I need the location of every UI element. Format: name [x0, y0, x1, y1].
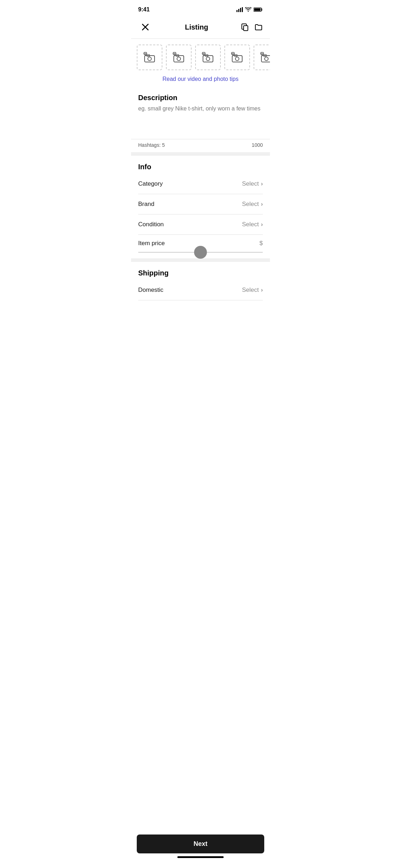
shipping-section: Shipping Domestic Select ›: [131, 262, 270, 300]
svg-point-4: [248, 11, 249, 12]
price-label: Item price: [138, 240, 165, 247]
status-time: 9:41: [138, 6, 150, 13]
domestic-row[interactable]: Domestic Select ›: [138, 280, 263, 300]
photo-slot-2[interactable]: +: [166, 45, 192, 70]
svg-text:+: +: [232, 52, 234, 56]
svg-rect-2: [240, 8, 241, 12]
camera-add-icon-3: +: [202, 52, 214, 63]
description-footer: Hashtags: 5 1000: [131, 139, 270, 152]
domestic-right: Select ›: [242, 286, 263, 294]
char-count: 1000: [252, 142, 263, 148]
svg-point-13: [148, 57, 151, 61]
bottom-spacer: [131, 300, 270, 343]
photo-slot-4[interactable]: +: [224, 45, 250, 70]
info-section: Info Category Select › Brand Select › Co…: [131, 156, 270, 258]
close-button[interactable]: [138, 20, 152, 34]
svg-rect-9: [244, 26, 248, 31]
description-section: Description: [131, 88, 270, 139]
section-divider-1: [131, 152, 270, 156]
brand-row[interactable]: Brand Select ›: [138, 194, 263, 215]
condition-label: Condition: [138, 221, 164, 228]
nav-bar: Listing: [131, 17, 270, 39]
category-chevron-icon: ›: [261, 181, 263, 187]
svg-rect-3: [242, 7, 243, 12]
photo-slot-3[interactable]: +: [195, 45, 221, 70]
svg-rect-1: [238, 9, 239, 12]
camera-add-icon-4: +: [231, 52, 244, 63]
status-bar: 9:41: [131, 0, 270, 17]
item-price-row: Item price $: [138, 235, 263, 258]
domestic-chevron-icon: ›: [261, 287, 263, 293]
condition-value: Select: [242, 221, 259, 228]
brand-label: Brand: [138, 201, 154, 208]
wifi-icon: [245, 7, 251, 12]
photo-tips-section: Read our video and photo tips: [131, 74, 270, 88]
domestic-label: Domestic: [138, 286, 163, 294]
svg-rect-27: [232, 56, 242, 62]
svg-point-28: [235, 57, 239, 61]
slider-thumb: [194, 246, 207, 259]
description-label: Description: [138, 94, 263, 102]
hashtags-label: Hashtags: 5: [138, 142, 165, 148]
condition-row[interactable]: Condition Select ›: [138, 215, 263, 235]
camera-add-icon-5: +: [260, 52, 270, 63]
category-value: Select: [242, 180, 259, 187]
photo-upload-section: + + +: [131, 39, 270, 74]
page-title: Listing: [185, 23, 208, 31]
photo-tips-link[interactable]: Read our video and photo tips: [162, 76, 238, 82]
svg-rect-12: [145, 56, 155, 62]
camera-add-icon-1: +: [143, 52, 156, 63]
svg-text:+: +: [203, 52, 205, 56]
camera-add-icon-2: +: [172, 52, 185, 63]
photo-slot-1[interactable]: +: [137, 45, 162, 70]
brand-chevron-icon: ›: [261, 201, 263, 207]
svg-point-33: [265, 57, 268, 61]
svg-point-18: [177, 57, 181, 61]
price-slider-track: [138, 252, 263, 253]
domestic-value: Select: [242, 286, 259, 294]
brand-value: Select: [242, 201, 259, 208]
svg-text:+: +: [144, 52, 146, 56]
shipping-title: Shipping: [138, 269, 263, 277]
photo-slot-5[interactable]: +: [254, 45, 270, 70]
signal-icon: [236, 7, 243, 12]
price-symbol: $: [260, 240, 263, 247]
svg-rect-22: [203, 56, 213, 62]
category-right: Select ›: [242, 180, 263, 187]
condition-right: Select ›: [242, 221, 263, 228]
info-title: Info: [138, 163, 263, 171]
copy-icon[interactable]: [241, 23, 249, 31]
svg-text:+: +: [261, 52, 263, 56]
folder-icon[interactable]: [254, 23, 263, 31]
description-input[interactable]: [138, 105, 263, 138]
svg-rect-17: [174, 56, 184, 62]
svg-rect-0: [236, 10, 238, 12]
status-icons: [236, 7, 263, 12]
brand-right: Select ›: [242, 201, 263, 208]
battery-icon: [254, 7, 263, 12]
section-divider-2: [131, 258, 270, 262]
svg-rect-6: [254, 9, 261, 11]
svg-point-23: [206, 57, 210, 61]
svg-text:+: +: [173, 52, 176, 56]
category-label: Category: [138, 180, 163, 187]
nav-actions: [241, 23, 263, 31]
condition-chevron-icon: ›: [261, 221, 263, 228]
category-row[interactable]: Category Select ›: [138, 174, 263, 194]
